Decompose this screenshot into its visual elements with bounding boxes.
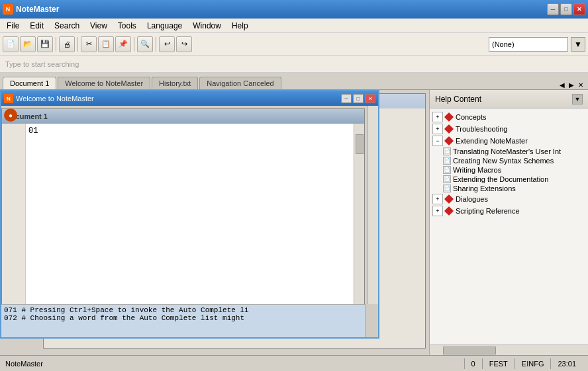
tree-extending-header[interactable]: − Extending NoteMaster: [430, 135, 588, 147]
document1-window: Document 1 01: [1, 108, 365, 324]
tree-concepts[interactable]: + Concepts: [430, 111, 588, 123]
undo-button[interactable]: ↩: [159, 36, 175, 52]
tree-dialogues[interactable]: + Dialogues: [430, 193, 588, 205]
help-panel: Help Content ▼ + Concepts + Troubleshoot…: [429, 90, 588, 355]
code-scrollbar-v[interactable]: [365, 304, 378, 337]
tree-extending-label: Extending NoteMaster: [456, 137, 528, 145]
menu-tools[interactable]: Tools: [113, 19, 142, 32]
tree-concepts-icon: [444, 112, 454, 122]
status-position: 0: [464, 358, 482, 369]
tree-scripting-label: Scripting Reference: [456, 207, 520, 215]
menu-edit[interactable]: Edit: [24, 19, 49, 32]
tab-next-button[interactable]: ▶: [567, 80, 576, 89]
page-icon-extending-doc: 📄: [443, 175, 451, 183]
close-button[interactable]: ✕: [573, 3, 585, 15]
status-bar: NoteMaster 0 FEST EINFG 23:01: [0, 355, 588, 371]
welcome-close-button[interactable]: ✕: [365, 94, 375, 103]
search-bar: Type to start searching: [0, 56, 588, 73]
code-line-2: 072 # Choosing a word from the Auto Comp…: [4, 314, 362, 322]
welcome-maximize-button[interactable]: □: [353, 94, 364, 103]
menu-search[interactable]: Search: [49, 19, 85, 32]
tree-item-extending-doc[interactable]: 📄 Extending the Documentation: [430, 175, 588, 184]
cut-button[interactable]: ✂: [81, 36, 97, 52]
welcome-minimize-button[interactable]: ─: [341, 94, 352, 103]
tree-scripting-expander[interactable]: +: [432, 206, 443, 216]
tree-item-macros[interactable]: 📄 Writing Macros: [430, 165, 588, 175]
help-h-thumb: [443, 347, 496, 354]
tab-navigation-controls: ◀ ▶ ✕: [558, 80, 585, 89]
right-scrollbar[interactable]: [368, 106, 378, 304]
copy-button[interactable]: 📋: [98, 36, 114, 52]
welcome-window-title: Welcome to NoteMaster: [16, 95, 341, 103]
tree-item-translating[interactable]: 📄 Translating NoteMaster's User Int: [430, 147, 588, 156]
menu-help[interactable]: Help: [226, 19, 254, 32]
syntax-dropdown[interactable]: (None): [489, 37, 568, 52]
status-items: 0 FEST EINFG 23:01: [464, 358, 583, 369]
find-button[interactable]: 🔍: [137, 36, 153, 52]
welcome-window: N Welcome to NoteMaster ─ □ ✕ ●: [0, 90, 379, 339]
tree-item-sharing[interactable]: 📄 Sharing Extensions: [430, 184, 588, 193]
redo-button[interactable]: ↪: [176, 36, 192, 52]
tree-extending-icon: [444, 136, 454, 145]
menu-window[interactable]: Window: [187, 19, 226, 32]
help-scrollbar-h[interactable]: [430, 345, 588, 355]
tab-close-button[interactable]: ✕: [576, 80, 585, 89]
tree-concepts-expander[interactable]: +: [432, 112, 443, 122]
paste-button[interactable]: 📌: [115, 36, 131, 52]
tree-extending-expander[interactable]: −: [432, 136, 443, 146]
tab-history[interactable]: History.txt: [152, 77, 198, 89]
tree-scripting-icon: [444, 206, 454, 216]
menu-file[interactable]: File: [1, 19, 24, 32]
tree-dialogues-expander[interactable]: +: [432, 194, 443, 204]
left-gutter-icon: ●: [4, 108, 17, 122]
menu-view[interactable]: View: [85, 19, 113, 32]
inner-area: ● Document 1 01: [1, 106, 378, 337]
tree-troubleshooting-expander[interactable]: +: [432, 124, 443, 134]
save-button[interactable]: 💾: [37, 36, 53, 52]
menu-bar: File Edit Search View Tools Language Win…: [0, 19, 588, 33]
tree-dialogues-icon: [444, 194, 454, 204]
tree-troubleshooting-icon: [444, 124, 454, 134]
title-bar: N NoteMaster ─ □ ✕: [0, 0, 588, 19]
code-lines-bar: 071 # Pressing Ctrl+Space to invoke the …: [1, 304, 365, 337]
tab-navigation[interactable]: Navigation Canceled: [199, 77, 281, 89]
maximize-button[interactable]: □: [560, 3, 572, 15]
tabs-bar: Document 1 Welcome to NoteMaster History…: [0, 73, 588, 90]
new-button[interactable]: 📄: [3, 36, 19, 52]
tree-item-syntax[interactable]: 📄 Creating New Syntax Schemes: [430, 156, 588, 165]
code-line-1: 071 # Pressing Ctrl+Space to invoke the …: [4, 306, 362, 314]
open-button[interactable]: 📂: [20, 36, 36, 52]
window-controls: ─ □ ✕: [547, 3, 585, 15]
toolbar-sep-3: [134, 37, 134, 52]
help-panel-arrow[interactable]: ▼: [572, 94, 583, 104]
welcome-window-icon: N: [4, 94, 13, 103]
document1-content[interactable]: 01: [26, 124, 354, 313]
toolbar-sep-2: [77, 37, 78, 52]
print-button[interactable]: 🖨: [59, 36, 75, 52]
toolbar-sep-1: [56, 37, 56, 52]
line-number-gutter: [2, 124, 26, 313]
tab-document1[interactable]: Document 1: [3, 77, 56, 89]
tab-prev-button[interactable]: ◀: [558, 80, 567, 89]
tree-troubleshooting[interactable]: + Troubleshooting: [430, 123, 588, 135]
help-panel-title: Help Content: [435, 95, 481, 104]
document-area: alntrts al nt r l nts eMa eM ing eM par …: [0, 90, 429, 355]
status-time: 23:01: [550, 358, 583, 369]
tree-troubleshooting-label: Troubleshooting: [456, 125, 507, 133]
menu-language[interactable]: Language: [142, 19, 187, 32]
status-appname: NoteMaster: [5, 360, 464, 368]
tab-welcome[interactable]: Welcome to NoteMaster: [58, 77, 150, 89]
page-icon-sharing: 📄: [443, 185, 451, 192]
document1-scrollbar-v[interactable]: [354, 124, 364, 313]
tree-concepts-label: Concepts: [456, 113, 486, 121]
page-icon-translating: 📄: [443, 147, 451, 155]
syntax-dropdown-arrow[interactable]: ▼: [571, 37, 585, 52]
tree-dialogues-label: Dialogues: [456, 195, 488, 203]
document1-line1: 01: [28, 126, 38, 136]
status-mode1: FEST: [482, 358, 514, 369]
tree-label-syntax: Creating New Syntax Schemes: [453, 157, 554, 165]
tree-scripting[interactable]: + Scripting Reference: [430, 205, 588, 217]
minimize-button[interactable]: ─: [547, 3, 559, 15]
tree-label-extending-doc: Extending the Documentation: [453, 175, 548, 183]
tree-extending: − Extending NoteMaster 📄 Translating Not…: [430, 135, 588, 193]
